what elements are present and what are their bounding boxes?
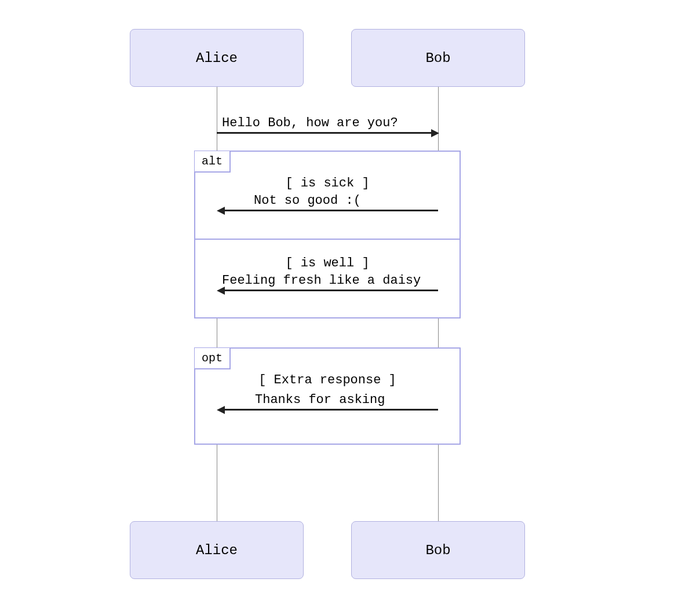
actor-bob-top: Bob xyxy=(351,29,525,87)
actor-bob-bottom: Bob xyxy=(351,521,525,579)
fragment-condition: [ is sick ] xyxy=(195,176,460,191)
actor-label: Alice xyxy=(196,50,238,66)
fragment-label: opt xyxy=(195,348,231,369)
fragment-condition: [ is well ] xyxy=(195,256,460,270)
arrow-line xyxy=(224,409,438,411)
message-label: Not so good :( xyxy=(254,193,361,208)
fragment-label: alt xyxy=(195,151,231,173)
actor-label: Bob xyxy=(425,50,450,66)
actor-alice-bottom: Alice xyxy=(130,521,304,579)
arrow-head-left-icon xyxy=(217,406,225,414)
arrow-head-right-icon xyxy=(431,129,439,137)
arrow-line xyxy=(224,290,438,291)
message-label: Feeling fresh like a daisy xyxy=(222,273,421,288)
actor-label: Bob xyxy=(425,543,450,558)
actor-alice-top: Alice xyxy=(130,29,304,87)
fragment-divider xyxy=(194,239,461,240)
actor-label: Alice xyxy=(196,543,238,558)
message-label: Thanks for asking xyxy=(255,393,385,407)
arrow-head-left-icon xyxy=(217,207,225,215)
fragment-alt: alt [ is sick ] [ is well ] xyxy=(194,151,461,318)
arrow-head-left-icon xyxy=(217,287,225,295)
fragment-condition: [ Extra response ] xyxy=(195,373,460,387)
arrow-line xyxy=(217,132,431,134)
arrow-line xyxy=(224,210,438,211)
message-label: Hello Bob, how are you? xyxy=(222,116,398,130)
